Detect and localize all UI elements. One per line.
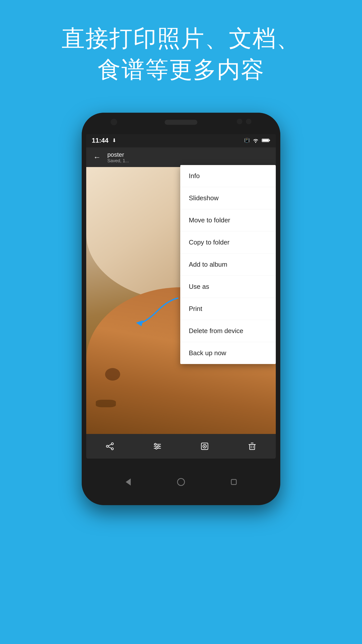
svg-rect-18 (250, 445, 255, 450)
menu-item-info[interactable]: Info (180, 165, 276, 187)
phone-dot-1 (237, 119, 242, 124)
phone-dot-2 (246, 119, 251, 124)
header-line2: 食谱等更多内容 (62, 54, 300, 85)
menu-item-copy-to-folder[interactable]: Copy to folder (180, 231, 276, 254)
phone-bottom (82, 459, 280, 505)
phone-camera (111, 119, 117, 125)
svg-marker-24 (126, 478, 131, 486)
menu-item-back-up-now[interactable]: Back up now (180, 342, 276, 364)
copy-icon[interactable] (200, 442, 209, 451)
status-bar: 11:44 ⬇ 📳 (86, 133, 276, 147)
battery-icon (262, 138, 270, 143)
phone-shell: 11:44 ⬇ 📳 (82, 113, 280, 505)
app-toolbar: ← poster Saved, 1... (86, 147, 276, 167)
bottom-toolbar (86, 434, 276, 459)
svg-point-12 (154, 444, 156, 445)
status-time: 11:44 (92, 137, 109, 144)
wifi-icon (252, 138, 259, 143)
menu-item-print[interactable]: Print (180, 298, 276, 320)
header-text: 直接打印照片、文档、 食谱等更多内容 (62, 23, 300, 85)
phone-top (82, 113, 280, 134)
toolbar-title-group: poster Saved, 1... (107, 151, 129, 164)
phone-container: 11:44 ⬇ 📳 (82, 113, 280, 505)
svg-point-17 (204, 446, 205, 447)
menu-item-slideshow[interactable]: Slideshow (180, 187, 276, 209)
nav-home-icon[interactable] (176, 477, 186, 487)
status-icons: 📳 (244, 138, 270, 143)
nav-back-icon[interactable] (124, 477, 133, 487)
delete-icon[interactable] (248, 442, 257, 451)
share-icon[interactable] (105, 442, 114, 451)
menu-item-move-to-folder[interactable]: Move to folder (180, 209, 276, 231)
svg-rect-3 (269, 140, 270, 141)
photo-dog-detail2 (96, 400, 116, 407)
phone-screen: 11:44 ⬇ 📳 (86, 133, 276, 459)
back-button[interactable]: ← (91, 151, 103, 163)
svg-point-5 (106, 445, 108, 447)
menu-item-add-to-album[interactable]: Add to album (180, 254, 276, 276)
svg-point-0 (255, 142, 256, 143)
svg-point-4 (111, 443, 113, 445)
vibrate-icon: 📳 (244, 138, 250, 143)
download-icon: ⬇ (112, 137, 116, 143)
phone-dots (237, 119, 251, 124)
phone-speaker (165, 120, 197, 125)
svg-point-6 (111, 448, 113, 450)
svg-line-8 (108, 447, 111, 448)
svg-point-13 (157, 446, 159, 447)
svg-rect-2 (262, 139, 269, 142)
svg-rect-26 (231, 479, 236, 485)
svg-point-14 (155, 448, 157, 449)
header-line1: 直接打印照片、文档、 (62, 23, 300, 54)
toolbar-title-main: poster (107, 151, 129, 158)
menu-item-delete-from-device[interactable]: Delete from device (180, 320, 276, 342)
page-background: 直接打印照片、文档、 食谱等更多内容 (0, 0, 362, 644)
menu-item-use-as[interactable]: Use as (180, 276, 276, 298)
toolbar-title-sub: Saved, 1... (107, 158, 129, 164)
svg-line-7 (108, 444, 111, 446)
adjust-icon[interactable] (153, 442, 162, 451)
nav-recents-icon[interactable] (229, 477, 238, 487)
svg-point-25 (177, 478, 185, 486)
context-menu: Info Slideshow Move to folder Copy to fo… (180, 165, 276, 364)
